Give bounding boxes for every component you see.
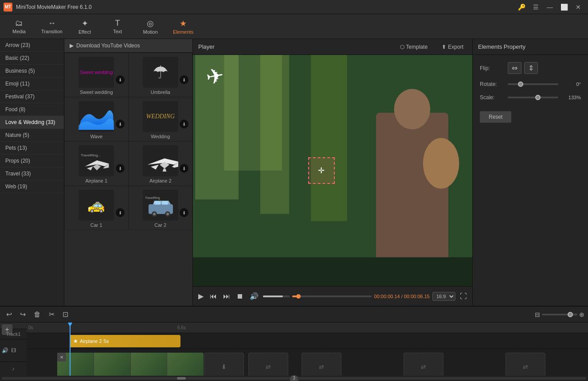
export-button[interactable]: ⬆ Export <box>438 42 467 52</box>
progress-thumb <box>296 294 301 299</box>
element-sweet-wedding[interactable]: Sweet wedding ⬇ Sweet wedding <box>64 53 129 97</box>
prev-frame-button[interactable]: ⏮ <box>208 292 219 300</box>
scale-slider[interactable] <box>508 97 558 98</box>
video-track-icon: 🎞 <box>11 348 16 353</box>
mute-button[interactable]: 🔊 <box>2 347 8 354</box>
zoom-slider[interactable] <box>542 314 577 315</box>
close-button[interactable]: ✕ <box>572 3 584 12</box>
toolbar-motion[interactable]: ◎ Motion <box>135 16 166 38</box>
redo-button[interactable]: ↪ <box>17 308 28 320</box>
ruler-mark-0s: 0s <box>28 325 33 330</box>
element-umbrella[interactable]: ☂ ⬇ Umbrella <box>129 53 193 97</box>
crop-button[interactable]: ⊡ <box>60 308 71 320</box>
toolbar-text[interactable]: T Text <box>102 16 133 38</box>
svg-point-6 <box>153 213 156 215</box>
cat-emoji[interactable]: Emoji (11) <box>0 78 64 90</box>
fullscreen-button[interactable]: ⛶ <box>458 292 469 300</box>
download-bar[interactable]: ▶ Download YouTube Videos <box>64 39 192 53</box>
download-umbrella[interactable]: ⬇ <box>180 75 188 84</box>
transition-slot-2[interactable]: ⇄ <box>248 353 288 376</box>
cat-food[interactable]: Food (8) <box>0 103 64 116</box>
element-airplane2[interactable]: ⬇ Airplane 2 <box>129 141 193 186</box>
toolbar-elements[interactable]: ★ Elements <box>168 16 199 38</box>
aspect-ratio-select[interactable]: 16:9 9:16 1:1 4:3 <box>432 292 455 301</box>
rotate-slider[interactable] <box>508 83 558 85</box>
svg-rect-3 <box>154 201 161 205</box>
toolbar-transition[interactable]: ↔ Transition <box>36 16 67 38</box>
transition-slot-4[interactable]: ⇄ <box>404 353 443 376</box>
player-controls: ▶ ⏮ ⏭ ⏹ 🔊 00:00:00.14 / 00:00:06.15 16:9… <box>193 286 472 306</box>
rotate-thumb <box>518 82 523 87</box>
zoom-out-button[interactable]: ⊟ <box>535 311 540 318</box>
remove-clip-button[interactable]: ✕ <box>57 353 66 362</box>
play-button[interactable]: ▶ <box>196 292 205 300</box>
reset-button[interactable]: Reset <box>480 111 511 123</box>
transition-slot-3[interactable]: ⇄ <box>302 353 341 376</box>
element-wedding[interactable]: WEDDING ⬇ Wedding <box>129 97 193 141</box>
download-airplane1[interactable]: ⬇ <box>116 164 125 173</box>
toolbar-media[interactable]: 🗂 Media <box>4 16 35 38</box>
element-airplane1[interactable]: TravelRing... ⬇ Airplane 1 <box>64 141 129 186</box>
download-wave[interactable]: ⬇ <box>116 120 125 128</box>
cat-props[interactable]: Props (20) <box>0 155 64 167</box>
template-button[interactable]: ⬡ Template <box>396 42 431 52</box>
download-car1[interactable]: ⬇ <box>116 208 125 217</box>
clip-star-icon: ★ <box>73 338 78 344</box>
flip-vertical-button[interactable]: ⇕ <box>524 62 538 74</box>
element-clip[interactable]: ★ Airplane 2 5s <box>70 335 180 347</box>
el-preview-umbrella: ☂ <box>143 57 178 88</box>
element-wave[interactable]: ⬇ Wave <box>64 97 129 141</box>
download-wedding[interactable]: ⬇ <box>180 120 188 128</box>
cat-nature[interactable]: Nature (5) <box>0 129 64 142</box>
properties-title: Elements Property <box>478 43 525 50</box>
clip-label: Airplane 2 <box>80 338 102 344</box>
elements-panel: ▶ Download YouTube Videos Sweet wedding … <box>64 39 193 306</box>
volume-slider[interactable] <box>263 295 290 297</box>
undo-button[interactable]: ↩ <box>4 308 15 320</box>
cat-web[interactable]: Web (19) <box>0 180 64 193</box>
transition-slot-1[interactable]: ⬇ <box>204 353 244 376</box>
maximize-button[interactable]: ⬜ <box>558 3 570 12</box>
cat-basic[interactable]: Basic (22) <box>0 52 64 65</box>
progress-bar[interactable] <box>292 295 372 297</box>
scroll-page-number: 3 <box>290 375 298 381</box>
volume-button[interactable]: 🔊 <box>248 292 260 300</box>
cut-button[interactable]: ✂ <box>46 308 57 320</box>
flip-horizontal-button[interactable]: ⇔ <box>508 62 521 74</box>
download-airplane2[interactable]: ⬇ <box>180 164 188 173</box>
toolbar-elements-label: Elements <box>173 29 193 35</box>
transition-download-icon: ⬇ <box>221 363 227 370</box>
element-car1[interactable]: 🚕 ⬇ Car 1 <box>64 186 129 230</box>
video-clip[interactable] <box>57 353 204 376</box>
cat-festival[interactable]: Festival (37) <box>0 90 64 103</box>
app-icon: MT <box>4 3 12 12</box>
settings-button[interactable]: 🔑 <box>515 3 528 12</box>
scale-thumb <box>535 95 541 100</box>
track1-label: Track1 <box>0 329 27 339</box>
download-sweet-wedding[interactable]: ⬇ <box>116 75 125 84</box>
cat-business[interactable]: Business (5) <box>0 65 64 78</box>
toolbar-effect-label: Effect <box>78 29 91 35</box>
transition-slot-5[interactable]: ⇄ <box>506 353 545 376</box>
track-area[interactable]: 0s 6.6s ★ Airplane 2 5s <box>27 323 588 376</box>
stop-button[interactable]: ⏹ <box>235 292 245 300</box>
transition-arrow-icon-4: ⇄ <box>523 363 528 370</box>
minimize-button[interactable]: — <box>544 3 556 12</box>
cat-love-wedding[interactable]: Love & Wedding (33) <box>0 116 64 129</box>
menu-button[interactable]: ☰ <box>529 3 542 12</box>
element-car2[interactable]: TravelRing ⬇ Car 2 <box>129 186 193 230</box>
cat-pets[interactable]: Pets (13) <box>0 142 64 155</box>
delete-button[interactable]: 🗑 <box>31 309 43 320</box>
next-frame-button[interactable]: ⏭ <box>221 292 232 300</box>
el-preview-airplane1: TravelRing... <box>78 145 114 176</box>
toolbar-text-label: Text <box>113 29 122 34</box>
ruler-mark-66s: 6.6s <box>177 325 186 330</box>
cat-arrow[interactable]: Arrow (23) <box>0 39 64 52</box>
el-name-airplane1: Airplane 1 <box>85 178 107 183</box>
total-time: 00:00:06.15 <box>404 294 430 299</box>
toolbar-effect[interactable]: ✦ Effect <box>69 16 100 38</box>
zoom-in-button[interactable]: ⊕ <box>579 311 584 318</box>
cat-travel[interactable]: Travel (33) <box>0 167 64 180</box>
download-car2[interactable]: ⬇ <box>180 208 188 217</box>
properties-content: Flip: ⇔ ⇕ Rotate: 0° Scale: <box>473 55 588 306</box>
